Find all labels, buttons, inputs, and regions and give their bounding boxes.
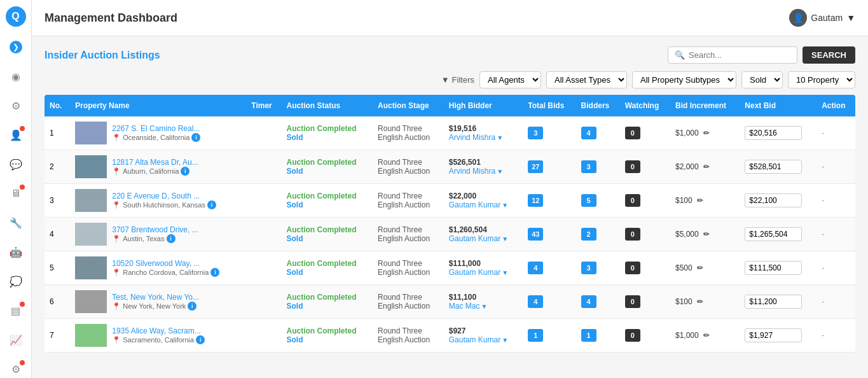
high-bid-amount: $22,000 — [449, 192, 518, 200]
user-menu[interactable]: 👤 Gautam ▼ — [789, 9, 855, 27]
cell-watching: 0 — [620, 150, 670, 184]
high-bid-amount: $19,516 — [449, 124, 518, 133]
next-bid-input[interactable] — [745, 193, 802, 207]
chevron-down-icon: ▼ — [497, 168, 503, 175]
svg-rect-10 — [78, 234, 104, 246]
cell-auction-stage: Round Three English Auction — [373, 116, 444, 150]
stage-line1: Round Three — [378, 225, 439, 234]
property-location: Sacramento, California — [123, 336, 194, 344]
edit-icon[interactable]: ✏ — [697, 297, 703, 306]
asset-types-filter[interactable]: All Asset Types — [546, 71, 627, 88]
property-name-link[interactable]: 220 E Avenue D, South ... — [112, 192, 200, 200]
cell-timer — [246, 116, 281, 150]
edit-icon[interactable]: ✏ — [703, 331, 710, 340]
sidebar-item-settings[interactable]: ⚙ — [7, 97, 25, 115]
cell-action: - — [816, 319, 855, 353]
cell-high-bidder: $19,516 Arvind Mishra ▼ — [444, 116, 523, 150]
next-bid-input[interactable] — [745, 295, 802, 309]
sidebar-item-messages[interactable]: 💬 — [7, 155, 25, 173]
stage-line1: Round Three — [378, 158, 439, 167]
cell-bid-increment: $2,000 ✏ — [670, 150, 740, 184]
edit-icon[interactable]: ✏ — [703, 230, 710, 239]
chevron-down-icon: ▼ — [481, 303, 487, 310]
sidebar-item-layers[interactable]: ▤ — [7, 302, 25, 319]
edit-icon[interactable]: ✏ — [703, 129, 710, 137]
nav-expand-icon[interactable]: ❯ — [10, 41, 22, 53]
search-button[interactable]: SEARCH — [803, 46, 855, 64]
cell-timer — [246, 218, 281, 251]
cell-bid-increment: $500 ✏ — [670, 251, 740, 285]
cell-property: Test, New York, New Yo... 📍 New York, Ne… — [70, 285, 246, 319]
property-name-link[interactable]: 1935 Alice Way, Sacram... — [112, 326, 200, 335]
sidebar-item-robot[interactable]: 🤖 — [7, 243, 25, 261]
cell-next-bid — [740, 285, 816, 319]
stage-line2: English Auction — [378, 200, 439, 209]
chevron-down-icon: ▼ — [502, 202, 508, 209]
total-bids-badge: 3 — [528, 127, 543, 139]
sidebar-item-gear[interactable]: ⚙ — [7, 360, 25, 378]
bidders-badge: 4 — [581, 127, 596, 139]
next-bid-input[interactable] — [745, 261, 802, 275]
sidebar-item-chat[interactable]: 💭 — [7, 272, 25, 290]
cell-next-bid — [740, 184, 816, 218]
next-bid-input[interactable] — [745, 227, 802, 241]
sidebar-item-users[interactable]: 👤 — [7, 126, 25, 144]
filter-label: ▼ Filters — [441, 75, 474, 85]
high-bidder-name: Gautam Kumar ▼ — [449, 268, 518, 277]
high-bidder-name: Mac Mac ▼ — [449, 302, 518, 311]
next-bid-input[interactable] — [745, 328, 802, 342]
cell-total-bids: 4 — [523, 285, 575, 319]
edit-icon[interactable]: ✏ — [697, 263, 703, 272]
high-bid-amount: $111,000 — [449, 259, 518, 268]
cell-timer — [246, 319, 281, 353]
sidebar-item-dashboard[interactable]: ◉ — [7, 67, 25, 85]
cell-auction-status: Auction Completed Sold — [282, 218, 373, 251]
watching-badge: 0 — [625, 228, 640, 241]
property-name-link[interactable]: 10520 Silverwood Way, ... — [112, 259, 200, 268]
bidders-badge: 4 — [581, 295, 596, 308]
cell-high-bidder: $526,501 Arvind Mishra ▼ — [444, 150, 523, 184]
content-area: Insider Auction Listings 🔍 SEARCH ▼ Filt… — [32, 36, 868, 378]
property-name-link[interactable]: 12817 Alta Mesa Dr, Au... — [112, 158, 198, 167]
cell-action: - — [816, 218, 855, 251]
sidebar-item-tools[interactable]: 🔧 — [7, 214, 25, 232]
cell-property: 10520 Silverwood Way, ... 📍 Rancho Cordo… — [70, 251, 246, 285]
agents-filter[interactable]: All Agents — [479, 71, 541, 88]
bid-increment-value: $500 — [675, 263, 692, 272]
property-name-link[interactable]: Test, New York, New Yo... — [112, 293, 199, 302]
cell-property: 2267 S. El Camino Real... 📍 Oceanside, C… — [70, 116, 246, 150]
search-input[interactable] — [689, 50, 790, 60]
property-subtypes-filter[interactable]: All Property Subtypes — [632, 71, 736, 88]
edit-icon[interactable]: ✏ — [697, 196, 703, 205]
count-filter[interactable]: 10 Property — [788, 71, 855, 88]
chevron-down-icon: ▼ — [502, 269, 508, 276]
auction-status: Auction Completed — [287, 158, 368, 167]
cell-next-bid — [740, 116, 816, 150]
sidebar-item-monitor[interactable]: 🖥 — [7, 185, 25, 202]
sidebar-item-analytics[interactable]: 📈 — [7, 331, 25, 349]
property-name-link[interactable]: 3707 Brentwood Drive, ... — [112, 225, 198, 234]
location-pin-icon: 📍 — [112, 302, 121, 311]
cell-action: - — [816, 251, 855, 285]
next-bid-input[interactable] — [745, 126, 802, 140]
auction-status: Auction Completed — [287, 259, 368, 268]
cell-no: 4 — [45, 218, 70, 251]
cell-timer — [246, 184, 281, 218]
action-dash: - — [822, 263, 824, 272]
property-name-link[interactable]: 2267 S. El Camino Real... — [112, 124, 200, 133]
col-timer: Timer — [246, 95, 281, 116]
cell-property: 3707 Brentwood Drive, ... 📍 Austin, Texa… — [70, 218, 246, 251]
cell-timer — [246, 285, 281, 319]
cell-bidders: 1 — [576, 319, 620, 353]
bidders-badge: 3 — [581, 160, 596, 173]
edit-icon[interactable]: ✏ — [703, 162, 710, 171]
watching-badge: 0 — [625, 194, 640, 207]
watching-badge: 0 — [625, 329, 640, 342]
sold-label: Sold — [287, 268, 368, 277]
cell-watching: 0 — [620, 285, 670, 319]
cell-auction-status: Auction Completed Sold — [282, 251, 373, 285]
col-auction-stage: Auction Stage — [373, 95, 444, 116]
avatar: 👤 — [789, 9, 807, 27]
next-bid-input[interactable] — [745, 160, 802, 174]
status-filter[interactable]: Sold — [741, 71, 783, 88]
